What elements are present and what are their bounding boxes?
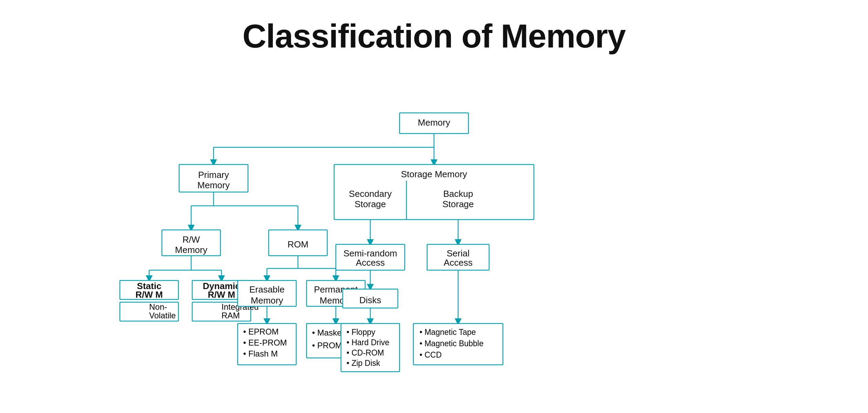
svg-text:Secondary: Secondary	[349, 189, 392, 199]
svg-text:Backup: Backup	[443, 189, 473, 199]
storage-memory-node: Storage Memory Secondary Storage Backup …	[334, 165, 534, 220]
svg-text:Semi-random: Semi-random	[343, 248, 397, 258]
serial-access-node: Serial Access	[427, 244, 489, 270]
svg-text:• CCD: • CCD	[420, 350, 442, 359]
svg-text:Memory: Memory	[418, 117, 450, 128]
svg-text:Storage Memory: Storage Memory	[401, 169, 467, 179]
svg-text:Volatile: Volatile	[149, 311, 176, 320]
static-rw-node: Static R/W M	[120, 280, 178, 300]
svg-text:RAM: RAM	[221, 311, 240, 320]
svg-text:• Magnetic Tape: • Magnetic Tape	[420, 328, 476, 337]
svg-text:Disks: Disks	[359, 295, 381, 305]
disks-detail-box-node: • Floppy • Hard Drive • CD-ROM • Zip Dis…	[341, 324, 400, 372]
svg-text:• EE-PROM: • EE-PROM	[243, 338, 287, 347]
semi-random-node: Semi-random Access	[336, 244, 405, 270]
svg-text:• Magnetic Bubble: • Magnetic Bubble	[420, 339, 484, 348]
svg-text:• Hard Drive: • Hard Drive	[347, 338, 389, 347]
eprom-box-node: • EPROM • EE-PROM • Flash M	[238, 324, 296, 365]
memory-node: Memory	[400, 113, 468, 134]
svg-text:R/W M: R/W M	[135, 289, 163, 300]
svg-text:• PROM: • PROM	[312, 341, 342, 350]
svg-text:• Zip Disk: • Zip Disk	[347, 359, 380, 368]
svg-text:Memory: Memory	[175, 245, 207, 255]
memory-diagram: Memory Primary Memory Storage Memory Sec…	[0, 62, 868, 413]
svg-text:Access: Access	[444, 257, 473, 268]
diagram: Memory Primary Memory Storage Memory Sec…	[0, 62, 868, 413]
svg-text:• CD-ROM: • CD-ROM	[347, 348, 384, 357]
page-title: Classification of Memory	[0, 0, 868, 62]
svg-text:Primary: Primary	[198, 170, 229, 180]
svg-text:Access: Access	[356, 257, 385, 268]
rom-node: ROM	[269, 230, 327, 256]
static-sub-node: Non- Volatile	[120, 302, 178, 321]
svg-text:R/W: R/W	[183, 234, 200, 245]
svg-text:Storage: Storage	[442, 199, 474, 209]
svg-text:Memory: Memory	[251, 295, 283, 306]
svg-text:• Flash M: • Flash M	[243, 349, 278, 358]
rw-memory-node: R/W Memory	[162, 230, 220, 256]
svg-text:Storage: Storage	[354, 199, 386, 209]
svg-text:Erasable: Erasable	[249, 284, 285, 295]
erasable-memory-node: Erasable Memory	[238, 280, 296, 306]
svg-text:• EPROM: • EPROM	[243, 327, 279, 336]
svg-text:R/W M: R/W M	[208, 289, 235, 300]
svg-text:Serial: Serial	[447, 248, 469, 258]
svg-text:• Floppy: • Floppy	[347, 328, 375, 337]
primary-memory-node: Primary Memory	[179, 165, 248, 192]
svg-text:Memory: Memory	[197, 180, 230, 190]
svg-text:ROM: ROM	[288, 239, 309, 250]
svg-text:Non-: Non-	[149, 302, 167, 311]
disks-node: Disks	[343, 289, 398, 308]
serial-detail-box-node: • Magnetic Tape • Magnetic Bubble • CCD	[413, 324, 503, 365]
